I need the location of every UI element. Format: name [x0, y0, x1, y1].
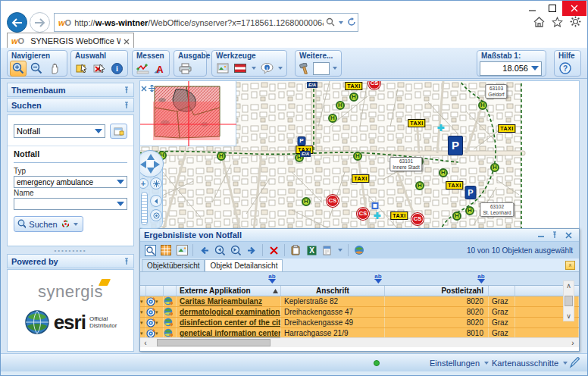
scale-dropdown-icon[interactable]: [531, 66, 539, 70]
refresh-icon[interactable]: [347, 16, 356, 30]
external-app-icon[interactable]: [164, 307, 173, 317]
address-dropdown-icon[interactable]: [339, 21, 343, 24]
results-minimize-icon[interactable]: [534, 228, 548, 242]
vertical-scrollbar[interactable]: ∧ ∨: [563, 280, 574, 321]
pin-icon[interactable]: [124, 83, 130, 97]
column-anschrift[interactable]: Anschrift: [281, 286, 385, 296]
tab-objektuebersicht[interactable]: Objektübersicht: [142, 259, 205, 271]
center-map-button[interactable]: [150, 209, 162, 221]
zoom-to-object-icon[interactable]: ▾: [146, 318, 158, 327]
pin-icon[interactable]: [124, 99, 130, 112]
settings-gear-icon[interactable]: [570, 16, 581, 30]
scroll-right-icon[interactable]: ›: [568, 339, 578, 347]
clear-results-button[interactable]: [267, 243, 280, 257]
search-config-button[interactable]: [110, 124, 127, 139]
window-close-button[interactable]: [562, 1, 586, 16]
result-link[interactable]: genetical information center: [180, 329, 280, 337]
measure-distance-button[interactable]: [135, 61, 150, 77]
weitere-dropdown-icon[interactable]: [333, 67, 337, 70]
scroll-thumb[interactable]: [157, 339, 271, 346]
hammer-tool-icon[interactable]: [298, 61, 311, 77]
select-button[interactable]: [74, 61, 89, 77]
balloon-dropdown-icon[interactable]: [278, 67, 283, 70]
info-balloon-tool-button[interactable]: i: [259, 61, 275, 77]
report-button[interactable]: [321, 243, 334, 257]
sort-toggle-icon[interactable]: ab: [268, 273, 275, 284]
window-minimize-button[interactable]: [523, 1, 543, 16]
zoom-to-object-icon[interactable]: ▾: [146, 297, 158, 306]
external-app-icon[interactable]: [164, 318, 173, 327]
table-view-button[interactable]: [159, 243, 173, 257]
search-theme-select[interactable]: Notfall: [14, 124, 105, 138]
scroll-up-icon[interactable]: ∧: [566, 281, 571, 290]
weitere-select-box[interactable]: [313, 62, 330, 75]
export-globe-button[interactable]: [352, 243, 366, 257]
favorites-star-icon[interactable]: [552, 17, 563, 30]
pan-hand-button[interactable]: [46, 61, 63, 77]
collapse-panel-button[interactable]: «: [565, 261, 575, 270]
map-highlight-button[interactable]: [175, 243, 189, 257]
identify-info-button[interactable]: i: [109, 61, 125, 77]
pan-down-icon[interactable]: [147, 168, 155, 174]
typ-select[interactable]: emergency ambulance: [14, 176, 127, 188]
einstellungen-menu[interactable]: Einstellungen: [430, 359, 490, 368]
powered-by-header[interactable]: Powered by: [7, 254, 134, 268]
pan-right-icon[interactable]: [154, 161, 160, 168]
scroll-left-icon[interactable]: ‹: [140, 339, 151, 347]
zoom-next-object-button[interactable]: [229, 243, 242, 257]
zoom-in-button[interactable]: [10, 61, 27, 77]
help-button[interactable]: ?: [557, 61, 574, 77]
zoom-to-object-icon[interactable]: ▾: [146, 308, 158, 317]
zoom-to-object-icon[interactable]: ▾: [146, 329, 158, 338]
first-object-button[interactable]: [197, 243, 211, 257]
scroll-down-icon[interactable]: ∨: [566, 312, 571, 321]
zoom-out-button[interactable]: [28, 61, 45, 77]
sort-toggle-icon[interactable]: ab: [374, 273, 381, 284]
column-postleitzahl[interactable]: Postleitzahl: [385, 286, 489, 296]
sidebar-splitter[interactable]: •••••••••: [7, 248, 134, 252]
external-app-icon[interactable]: [164, 296, 173, 306]
full-extent-button[interactable]: [150, 177, 162, 190]
table-row[interactable]: ▾▾dermatological examination centerDreih…: [140, 307, 579, 318]
table-row[interactable]: ▾▾Caritas MarieambulanzKeplerstraße 8280…: [140, 296, 579, 307]
pin-icon[interactable]: [548, 228, 561, 242]
map-marker-cs[interactable]: CS: [411, 213, 424, 225]
redline-pencil-icon[interactable]: [569, 356, 581, 370]
browser-back-button[interactable]: [7, 12, 27, 33]
home-icon[interactable]: [533, 17, 545, 30]
measure-area-button[interactable]: A: [152, 61, 167, 77]
result-link[interactable]: dermatological examination center: [180, 308, 280, 316]
table-row[interactable]: ▾▾disinfection center of the city of Gra…: [140, 318, 579, 328]
column-externe-applikation[interactable]: Externe Applikation: [177, 286, 281, 296]
sidebar-item-suchen[interactable]: Suchen: [7, 98, 134, 112]
horizontal-scrollbar[interactable]: ‹ ›: [140, 337, 579, 347]
print-button[interactable]: [177, 61, 193, 77]
overview-map[interactable]: [140, 81, 236, 146]
scale-input[interactable]: 18.056: [480, 61, 542, 76]
austria-flag-tool-button[interactable]: [232, 61, 248, 77]
last-object-button[interactable]: [245, 243, 258, 257]
copy-clipboard-button[interactable]: [289, 243, 302, 257]
window-maximize-button[interactable]: [543, 1, 562, 16]
scroll-thumb[interactable]: [565, 296, 573, 306]
map-image-tool-button[interactable]: [214, 61, 230, 77]
pin-icon[interactable]: [124, 255, 130, 268]
overview-move-icon[interactable]: [149, 81, 155, 95]
report-dropdown-icon[interactable]: [338, 249, 342, 252]
search-submit-button[interactable]: Suchen: [14, 216, 83, 232]
sort-toggle-icon[interactable]: ab: [477, 273, 484, 284]
kartenausschnitte-menu[interactable]: Kartenausschnitte: [492, 359, 569, 368]
name-select[interactable]: [14, 198, 127, 210]
result-link[interactable]: disinfection center of the city of Graz: [180, 318, 280, 327]
excel-export-button[interactable]: X: [305, 243, 318, 257]
browser-forward-button[interactable]: [30, 12, 50, 33]
results-close-icon[interactable]: [561, 228, 575, 242]
zoom-to-selection-button[interactable]: [143, 243, 157, 257]
pan-up-icon[interactable]: [147, 154, 155, 160]
browser-tab[interactable]: wO SYNERGIS WebOffice Web...: [7, 33, 134, 48]
previous-extent-button[interactable]: [150, 195, 162, 207]
tab-close-icon[interactable]: [124, 34, 130, 48]
external-app-icon[interactable]: [164, 328, 173, 337]
flag-dropdown-icon[interactable]: [252, 67, 256, 70]
sidebar-item-themenbaum[interactable]: Themenbaum: [7, 83, 134, 97]
